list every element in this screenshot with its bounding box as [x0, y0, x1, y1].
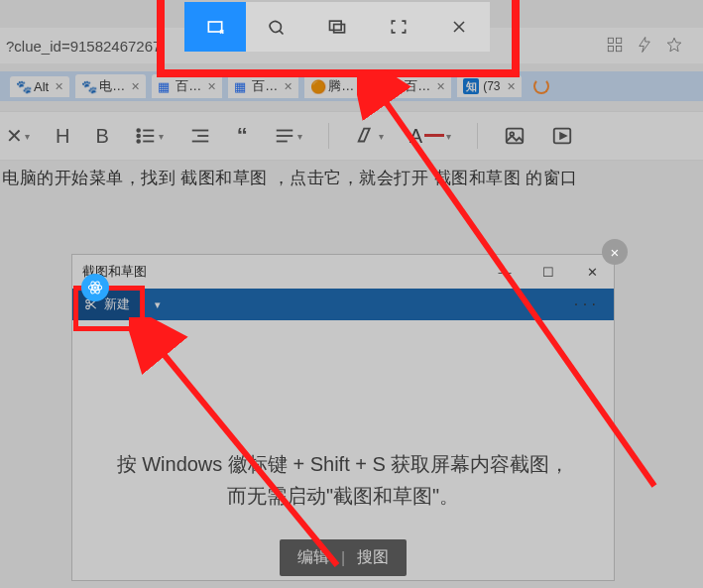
close-icon [449, 17, 469, 37]
video-button[interactable] [551, 125, 573, 147]
snip-sketch-window: 截图和草图 — ☐ ✕ 新建 ▾ · · · 按 Windows 徽标键 + S… [71, 254, 615, 581]
snip-toolbar: 新建 ▾ · · · [72, 289, 614, 320]
minimize-button[interactable]: — [483, 255, 527, 289]
snip-mode-toolbar [184, 2, 490, 52]
window-snip-icon [327, 17, 347, 37]
grid-icon[interactable] [606, 36, 624, 57]
close-icon[interactable]: ✕ [207, 80, 216, 93]
indent-button[interactable] [189, 125, 211, 147]
svg-rect-3 [617, 46, 622, 51]
close-icon[interactable]: ✕ [131, 80, 140, 93]
close-icon[interactable]: ✕ [360, 80, 369, 93]
square-icon: ▢ [387, 79, 401, 93]
bolt-icon[interactable] [636, 36, 653, 57]
svg-point-8 [137, 140, 140, 143]
toolbar-divider [477, 123, 478, 149]
tab-bai1[interactable]: ▦ 百… ✕ [152, 74, 222, 98]
window-snip-button[interactable] [306, 2, 368, 52]
highlight-button[interactable]: ▾ [355, 125, 384, 147]
svg-rect-1 [617, 38, 622, 43]
rect-snip-button[interactable] [184, 2, 246, 52]
image-action-bar: 编辑 | 搜图 [280, 539, 407, 576]
star-icon[interactable] [665, 36, 683, 57]
atom-badge[interactable] [81, 274, 109, 301]
new-snip-label: 新建 [104, 295, 130, 313]
bold-button[interactable]: B [95, 125, 108, 148]
svg-point-20 [86, 305, 90, 309]
quote-button[interactable]: “ [237, 123, 248, 149]
svg-rect-16 [507, 129, 524, 144]
svg-point-4 [137, 129, 140, 132]
snip-body: 按 Windows 徽标键 + Shift + S 获取屏幕内容截图， 而无需启… [72, 320, 614, 580]
rect-snip-icon [205, 17, 225, 37]
tab-label: 电… [99, 77, 125, 95]
new-snip-dropdown[interactable]: ▾ [142, 289, 174, 320]
tab-alt[interactable]: 🐾 Alt ✕ [10, 76, 69, 97]
atom-icon [87, 280, 103, 295]
close-icon[interactable]: ✕ [507, 80, 516, 93]
svg-rect-32 [334, 25, 345, 33]
tab-dian[interactable]: 🐾 电… ✕ [75, 74, 146, 98]
window-titlebar[interactable]: 截图和草图 — ☐ ✕ [72, 255, 614, 289]
article-text: 电脑的开始菜单，找到 截图和草图 ，点击它，就会打开 截图和草图 的窗口 [0, 167, 703, 189]
text-color-button[interactable]: A▾ [410, 125, 451, 148]
freeform-snip-button[interactable] [246, 2, 307, 52]
dismiss-badge[interactable]: × [602, 239, 628, 265]
paw-icon: 🐾 [81, 79, 95, 93]
tab-label: (73 [483, 79, 500, 93]
svg-rect-27 [208, 22, 221, 32]
tab-label: 百… [176, 77, 201, 95]
action-separator: | [341, 549, 345, 567]
swirl-icon [533, 78, 549, 94]
paw-icon: 🐾 [16, 79, 30, 93]
toolbar-divider [328, 123, 329, 149]
svg-rect-31 [329, 21, 341, 30]
penguin-icon: 🟠 [310, 79, 324, 93]
zhihu-icon: 知 [463, 78, 479, 94]
image-button[interactable] [504, 125, 526, 147]
tab-bai3[interactable]: ▢ 百… ✕ [381, 74, 451, 98]
tab-label: 百… [405, 77, 430, 95]
hint-text: 按 Windows 徽标键 + Shift + S 获取屏幕内容截图， 而无需启… [77, 448, 610, 512]
svg-point-6 [137, 135, 140, 138]
edit-action[interactable]: 编辑 [297, 547, 329, 568]
more-button[interactable]: · · · [574, 295, 614, 313]
search-image-action[interactable]: 搜图 [357, 547, 389, 568]
tab-label: Alt [34, 79, 49, 94]
tab-zhi[interactable]: 知 (73 ✕ [457, 75, 521, 97]
freeform-snip-icon [266, 17, 286, 37]
fullscreen-snip-icon [389, 17, 409, 37]
snip-close-button[interactable] [428, 2, 490, 52]
align-button[interactable]: ▾ [274, 125, 302, 147]
close-icon[interactable]: ✕ [284, 80, 293, 93]
svg-rect-0 [608, 38, 613, 43]
tab-label: 腾… [328, 77, 354, 95]
fullscreen-snip-button[interactable] [368, 2, 429, 52]
tab-more[interactable] [527, 75, 555, 97]
svg-rect-2 [608, 46, 613, 51]
tab-teng[interactable]: 🟠 腾… ✕ [304, 74, 375, 98]
browser-tabs: 🐾 Alt ✕ 🐾 电… ✕ ▦ 百… ✕ ▦ 百… ✕ 🟠 腾… ✕ ▢ 百…… [0, 71, 703, 101]
editor-toolbar: ✕▾ H B ▾ “ ▾ ▾ A▾ [0, 111, 703, 161]
close-icon[interactable]: ✕ [436, 80, 445, 93]
svg-line-30 [281, 31, 284, 34]
maximize-button[interactable]: ☐ [527, 255, 570, 289]
grid-icon: ▦ [158, 79, 172, 93]
close-icon[interactable]: ✕ [55, 80, 63, 93]
window-title: 截图和草图 [82, 263, 483, 281]
close-icon[interactable]: ✕▾ [6, 124, 30, 148]
grid-icon: ▦ [234, 79, 248, 93]
list-bullet-button[interactable]: ▾ [135, 125, 164, 147]
heading-button[interactable]: H [56, 125, 69, 148]
tab-label: 百… [252, 77, 278, 95]
tab-bai2[interactable]: ▦ 百… ✕ [228, 74, 298, 98]
svg-point-26 [94, 287, 96, 289]
